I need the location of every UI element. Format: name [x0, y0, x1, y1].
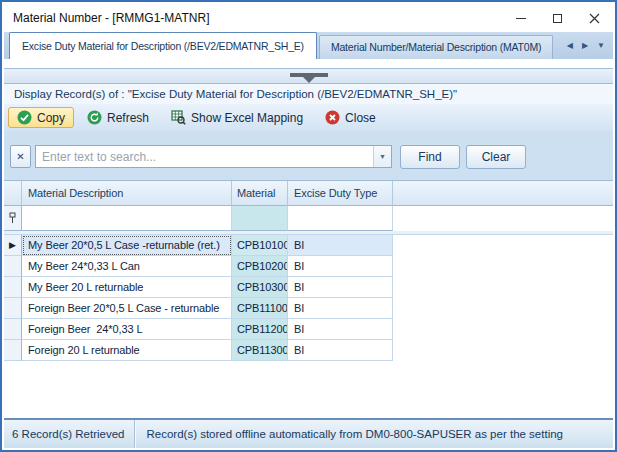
- search-panel: ✕ ▼ Find Clear: [4, 131, 613, 180]
- column-header-excise-duty-type[interactable]: Excise Duty Type: [288, 181, 393, 206]
- cell-excise-duty-type[interactable]: BI: [288, 277, 393, 298]
- cell-excise-duty-type[interactable]: BI: [288, 256, 393, 277]
- grid-header-row: Material Description Material Excise Dut…: [4, 181, 613, 206]
- splitter-bar[interactable]: [4, 68, 613, 84]
- column-header-material[interactable]: Material: [232, 181, 288, 206]
- cell-material-description[interactable]: Foreign Beer 24*0,33 L: [22, 319, 232, 340]
- filter-row-indicator: [4, 206, 22, 231]
- minimize-icon: [516, 18, 526, 19]
- cell-excise-duty-type[interactable]: BI: [288, 298, 393, 319]
- maximize-icon: [553, 14, 562, 23]
- show-excel-mapping-button[interactable]: Show Excel Mapping: [162, 107, 312, 128]
- offline-storage-status: Record(s) stored offline automatically f…: [146, 428, 563, 440]
- refresh-button[interactable]: Refresh: [78, 107, 158, 128]
- search-input-wrap: ▼: [35, 145, 392, 168]
- tab-label: Material Number/Material Description (MA…: [331, 41, 541, 53]
- excel-mapping-icon: [171, 110, 186, 125]
- search-input[interactable]: [36, 146, 373, 167]
- cell-material[interactable]: CPB10100: [232, 235, 288, 256]
- refresh-label: Refresh: [107, 111, 149, 125]
- row-indicator-cell[interactable]: [4, 256, 22, 277]
- title-bar: Material Number - [RMMG1-MATNR]: [4, 4, 613, 32]
- filter-cell-material-description[interactable]: [22, 206, 232, 231]
- column-header-material-description[interactable]: Material Description: [22, 181, 232, 206]
- cell-material-description[interactable]: My Beer 20 L returnable: [22, 277, 232, 298]
- status-bar: 6 Record(s) Retrieved Record(s) stored o…: [4, 418, 613, 448]
- record-count-status: 6 Record(s) Retrieved: [4, 428, 134, 440]
- copy-label: Copy: [37, 111, 65, 125]
- tab-next-icon[interactable]: ▶: [582, 40, 588, 52]
- table-row[interactable]: Foreign Beer 24*0,33 LCPB11200BI: [4, 319, 613, 340]
- show-excel-mapping-label: Show Excel Mapping: [191, 111, 303, 125]
- close-action-button[interactable]: Close: [316, 107, 385, 128]
- app-window: Material Number - [RMMG1-MATNR] Excise D…: [0, 0, 617, 452]
- display-records-label: Display Record(s) of : "Excise Duty Mate…: [4, 84, 613, 104]
- cell-material-description[interactable]: Foreign Beer 20*0,5 L Case - returnable: [22, 298, 232, 319]
- cell-excise-duty-type[interactable]: BI: [288, 235, 393, 256]
- table-row[interactable]: My Beer 20 L returnableCPB10300BI: [4, 277, 613, 298]
- minimize-button[interactable]: [502, 4, 539, 32]
- close-action-label: Close: [345, 111, 376, 125]
- table-row[interactable]: ▶My Beer 20*0,5 L Case -returnable (ret.…: [4, 235, 613, 256]
- window-title: Material Number - [RMMG1-MATNR]: [4, 11, 209, 25]
- table-row[interactable]: My Beer 24*0,33 L CanCPB10200BI: [4, 256, 613, 277]
- cell-material[interactable]: CPB10300: [232, 277, 288, 298]
- splitter-collapse-icon: [303, 77, 315, 83]
- clear-button[interactable]: Clear: [466, 145, 526, 169]
- cell-excise-duty-type[interactable]: BI: [288, 340, 393, 361]
- cell-material[interactable]: CPB10200: [232, 256, 288, 277]
- tab-prev-icon[interactable]: ◀: [567, 40, 573, 52]
- close-action-icon: [325, 110, 340, 125]
- cell-material[interactable]: CPB11100: [232, 298, 288, 319]
- copy-check-icon: [17, 110, 32, 125]
- cell-material[interactable]: CPB11300: [232, 340, 288, 361]
- window-controls: [502, 4, 613, 32]
- cell-filler: [393, 319, 613, 340]
- status-divider: [134, 420, 135, 448]
- cell-material[interactable]: CPB11200: [232, 319, 288, 340]
- chevron-down-icon: ▼: [379, 153, 386, 160]
- tab-content-strip: [4, 59, 613, 68]
- copy-button[interactable]: Copy: [8, 107, 74, 128]
- table-row[interactable]: Foreign Beer 20*0,5 L Case - returnableC…: [4, 298, 613, 319]
- cell-filler: [393, 340, 613, 361]
- tab-scroll-controls: ◀ ▶ ▼: [567, 40, 605, 52]
- cell-material-description[interactable]: My Beer 20*0,5 L Case -returnable (ret.): [22, 235, 232, 256]
- tab-material-number[interactable]: Material Number/Material Description (MA…: [319, 35, 553, 59]
- column-header-filler: [393, 181, 613, 206]
- cell-material-description[interactable]: My Beer 24*0,33 L Can: [22, 256, 232, 277]
- grid-filter-row: [4, 206, 613, 231]
- close-icon: [589, 13, 600, 24]
- tab-excise-duty-material[interactable]: Excise Duty Material for Description (/B…: [9, 32, 317, 59]
- tab-strip: Excise Duty Material for Description (/B…: [4, 32, 613, 59]
- filter-pin-icon: [9, 212, 16, 225]
- filter-cell-material[interactable]: [232, 206, 288, 231]
- grid-rows: ▶My Beer 20*0,5 L Case -returnable (ret.…: [4, 235, 613, 361]
- row-indicator-cell[interactable]: [4, 298, 22, 319]
- data-grid: Material Description Material Excise Dut…: [4, 180, 613, 420]
- cell-excise-duty-type[interactable]: BI: [288, 319, 393, 340]
- table-row[interactable]: Foreign 20 L returnableCPB11300BI: [4, 340, 613, 361]
- cell-filler: [393, 277, 613, 298]
- row-indicator-cell[interactable]: [4, 340, 22, 361]
- search-clear-icon: ✕: [16, 151, 24, 162]
- row-indicator-cell[interactable]: [4, 319, 22, 340]
- filter-cell-filler: [393, 206, 613, 231]
- header-indicator-cell: [4, 181, 22, 206]
- maximize-button[interactable]: [539, 4, 576, 32]
- cell-filler: [393, 235, 613, 256]
- row-indicator-cell[interactable]: ▶: [4, 235, 22, 256]
- close-button[interactable]: [576, 4, 613, 32]
- search-clear-x-button[interactable]: ✕: [10, 145, 31, 168]
- tab-list-icon[interactable]: ▼: [597, 40, 605, 52]
- find-button[interactable]: Find: [400, 145, 460, 169]
- cell-filler: [393, 298, 613, 319]
- cell-filler: [393, 256, 613, 277]
- action-toolbar: Copy Refresh Show Excel Mapping: [4, 104, 613, 131]
- search-dropdown-button[interactable]: ▼: [373, 146, 391, 167]
- row-indicator-cell[interactable]: [4, 277, 22, 298]
- filter-cell-excise-duty-type[interactable]: [288, 206, 393, 231]
- tab-label: Excise Duty Material for Description (/B…: [22, 40, 304, 52]
- cell-material-description[interactable]: Foreign 20 L returnable: [22, 340, 232, 361]
- refresh-icon: [87, 110, 102, 125]
